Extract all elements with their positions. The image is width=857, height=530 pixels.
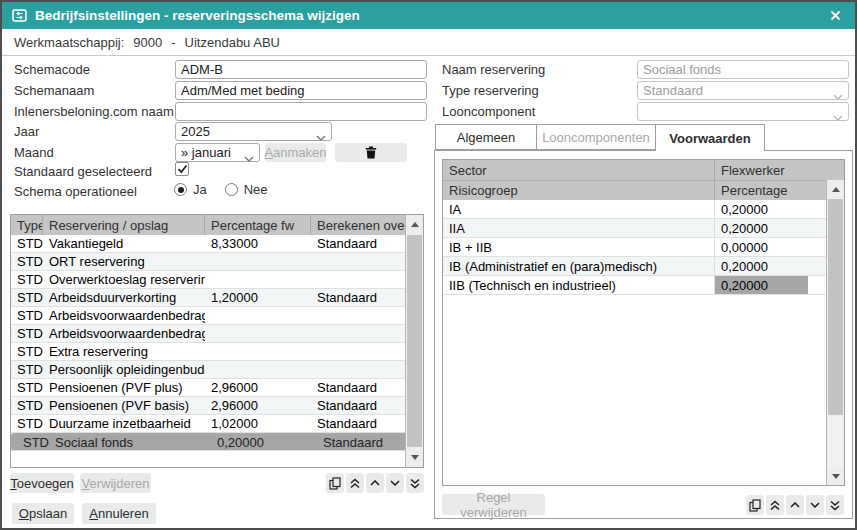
- vertical-scrollbar[interactable]: [405, 215, 423, 467]
- aanmaken-button[interactable]: Aanmaken: [265, 143, 326, 162]
- regel-verwijderen-label: Regel verwijderen: [442, 490, 545, 520]
- vertical-scrollbar[interactable]: [826, 180, 844, 485]
- table-row[interactable]: IIA 0,20000: [443, 219, 844, 238]
- table-row[interactable]: IA 0,20000: [443, 200, 844, 219]
- move-down-button[interactable]: [806, 495, 824, 515]
- inlenersbeloning-input[interactable]: [175, 102, 427, 121]
- radio-nee[interactable]: [225, 183, 238, 196]
- table-row[interactable]: STD Pensioenen (PVF basis) 2,96000 Stand…: [11, 397, 423, 415]
- table-row[interactable]: STD Extra reservering: [11, 343, 423, 361]
- scroll-up-button[interactable]: [406, 215, 423, 234]
- reservering-cell: Arbeidsduurverkorting: [43, 289, 205, 306]
- percentage-cell: [205, 343, 311, 360]
- risicogroep-cell: IB (Administratief en (para)medisch): [443, 257, 715, 275]
- percentage-cell: 8,33000: [205, 235, 311, 252]
- type-reservering-select[interactable]: Standaard: [637, 81, 849, 100]
- aanmaken-label: Aanmaken: [264, 145, 326, 160]
- flexwerker-header: Flexwerker: [715, 160, 844, 180]
- scroll-down-button[interactable]: [827, 467, 844, 485]
- tab-voorwaarden[interactable]: Voorwaarden: [655, 124, 765, 151]
- move-down-button[interactable]: [386, 473, 404, 493]
- table-row[interactable]: STD Arbeidsvoorwaardenbedrag I: [11, 307, 423, 325]
- percentage-cell: 1,20000: [205, 289, 311, 306]
- table-row[interactable]: STD Duurzame inzetbaarheid 1,02000 Stand…: [11, 415, 423, 433]
- percentage-fw-header: Percentage fw: [205, 215, 311, 235]
- move-up-button[interactable]: [786, 495, 804, 515]
- jaar-select[interactable]: 2025: [175, 122, 332, 141]
- scroll-down-button[interactable]: [406, 448, 423, 467]
- table-row[interactable]: STD Persoonlijk opleidingenbudget: [11, 361, 423, 379]
- delete-month-button[interactable]: [335, 143, 407, 162]
- maand-select[interactable]: » januari: [175, 143, 260, 162]
- move-up-button[interactable]: [366, 473, 384, 493]
- table-row[interactable]: IIB (Technisch en industrieel) 0,20000: [443, 276, 844, 295]
- verwijderen-button[interactable]: Verwijderen: [80, 473, 151, 493]
- schema-operationeel-label: Schema operationeel: [14, 182, 137, 201]
- schemanaam-input[interactable]: [175, 81, 427, 100]
- opslaan-label: Opslaan: [19, 506, 67, 521]
- verwijderen-label: Verwijderen: [82, 476, 150, 491]
- maand-label: Maand: [14, 143, 54, 162]
- regel-verwijderen-button[interactable]: Regel verwijderen: [442, 494, 545, 515]
- chevron-down-icon: [833, 109, 843, 124]
- move-bottom-button[interactable]: [406, 473, 424, 493]
- double-chevron-up-icon: [350, 478, 360, 489]
- type-cell: STD: [11, 379, 43, 396]
- reservering-cell: ORT reservering: [43, 253, 205, 270]
- scrollbar-thumb[interactable]: [828, 199, 843, 415]
- type-reservering-value: Standaard: [643, 83, 703, 98]
- move-bottom-button[interactable]: [826, 495, 844, 515]
- type-cell: STD: [11, 325, 43, 342]
- percentage-cell: [205, 271, 311, 288]
- schemacode-label: Schemacode: [14, 60, 90, 79]
- toevoegen-button[interactable]: Toevoegen: [10, 473, 74, 493]
- radio-nee-label: Nee: [244, 182, 268, 197]
- looncomponent-select[interactable]: [637, 102, 849, 121]
- company-code: 9000: [133, 35, 162, 50]
- double-chevron-down-icon: [830, 500, 840, 511]
- type-cell: STD: [11, 271, 43, 288]
- close-button[interactable]: [825, 6, 845, 26]
- tab-looncomponenten[interactable]: Looncomponenten: [536, 124, 656, 150]
- title-bar: Bedrijfsinstellingen - reserveringsschem…: [2, 2, 855, 29]
- standaard-geselecteerd-checkbox[interactable]: [175, 162, 189, 176]
- company-bar: Werkmaatschappij: 9000 - Uitzendabu ABU: [2, 29, 855, 56]
- copy-icon: [329, 477, 341, 490]
- form-icon: [12, 9, 27, 22]
- scrollbar-thumb[interactable]: [407, 235, 422, 447]
- type-cell: STD: [11, 343, 43, 360]
- looncomponent-label: Looncomponent: [442, 102, 535, 121]
- type-cell: STD: [17, 435, 49, 450]
- radio-ja[interactable]: [174, 183, 187, 196]
- double-chevron-down-icon: [410, 478, 420, 489]
- chevron-down-icon: [810, 502, 820, 508]
- table-row[interactable]: STD Arbeidsvoorwaardenbedrag II: [11, 325, 423, 343]
- table-row[interactable]: IB + IIB 0,00000: [443, 238, 844, 257]
- naam-reservering-input[interactable]: [637, 60, 849, 79]
- table-row[interactable]: STD Arbeidsduurverkorting 1,20000 Standa…: [11, 289, 423, 307]
- annuleren-button[interactable]: Annuleren: [82, 503, 156, 524]
- table-row[interactable]: STD Overwerktoeslag reservering: [11, 271, 423, 289]
- type-cell: STD: [11, 397, 43, 414]
- tab-algemeen[interactable]: Algemeen: [435, 124, 537, 150]
- table-row[interactable]: STD ORT reservering: [11, 253, 423, 271]
- table-row-selected[interactable]: STD Sociaal fonds 0,20000 Standaard: [11, 433, 423, 451]
- voorwaarden-panel: Sector Flexwerker Risicogroep Percentage…: [434, 150, 853, 519]
- toevoegen-label: Toevoegen: [10, 476, 74, 491]
- table-row[interactable]: STD Pensioenen (PVF plus) 2,96000 Standa…: [11, 379, 423, 397]
- radio-ja-label: Ja: [193, 182, 207, 197]
- copy-button[interactable]: [326, 473, 344, 493]
- check-icon: [177, 164, 188, 174]
- move-top-button[interactable]: [766, 495, 784, 515]
- move-top-button[interactable]: [346, 473, 364, 493]
- risicogroep-cell: IB + IIB: [443, 238, 715, 256]
- copy-button[interactable]: [746, 495, 764, 515]
- risicogroep-cell: IIB (Technisch en industrieel): [443, 276, 715, 294]
- scroll-up-button[interactable]: [827, 180, 844, 198]
- scroll-down-icon: [832, 474, 840, 479]
- table-row[interactable]: IB (Administratief en (para)medisch) 0,2…: [443, 257, 844, 276]
- schemacode-input[interactable]: [175, 60, 427, 79]
- opslaan-button[interactable]: Opslaan: [12, 503, 74, 524]
- copy-icon: [749, 499, 761, 512]
- table-row[interactable]: STD Vakantiegeld 8,33000 Standaard: [11, 235, 423, 253]
